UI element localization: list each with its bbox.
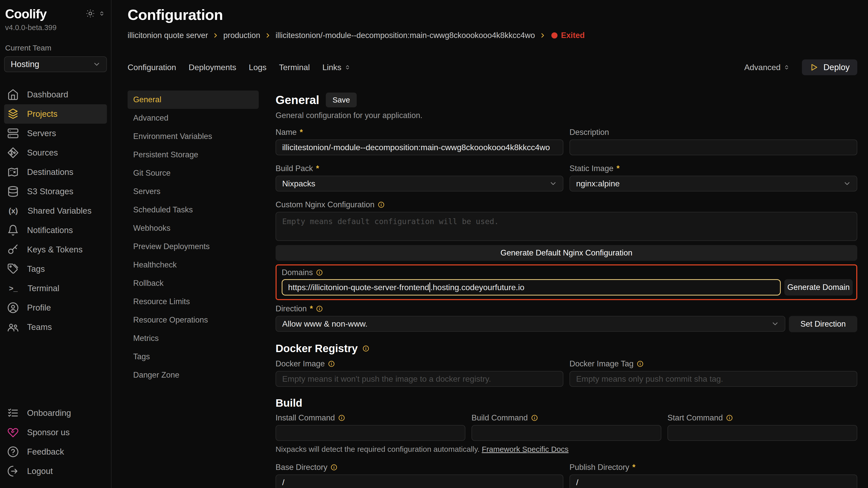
breadcrumb-application[interactable]: illicitestonion/-module--decomposition:m… <box>276 31 535 40</box>
layers-icon <box>7 108 19 120</box>
subnav-environment-variables[interactable]: Environment Variables <box>128 127 259 145</box>
description-input[interactable] <box>569 139 857 155</box>
sidebar-item-destinations[interactable]: Destinations <box>4 162 107 182</box>
publish-directory-label: Publish Directory* <box>569 463 857 472</box>
tab-configuration[interactable]: Configuration <box>128 63 176 72</box>
sidebar-item-tags[interactable]: Tags <box>4 259 107 279</box>
build-command-label: Build Command <box>471 413 661 422</box>
sidebar-item-projects[interactable]: Projects <box>4 104 107 124</box>
subnav-tags[interactable]: Tags <box>128 348 259 366</box>
sidebar-item-profile[interactable]: Profile <box>4 298 107 318</box>
page-title: Configuration <box>128 6 857 23</box>
subnav-advanced[interactable]: Advanced <box>128 109 259 127</box>
server-icon <box>7 128 19 139</box>
users-icon <box>7 321 19 333</box>
name-input[interactable] <box>276 139 563 155</box>
chevron-right-icon <box>212 32 219 39</box>
deploy-button[interactable]: Deploy <box>802 59 857 75</box>
sidebar-item-sources[interactable]: Sources <box>4 143 107 162</box>
sidebar-item-teams[interactable]: Teams <box>4 318 107 337</box>
heart-handshake-icon <box>7 427 19 438</box>
app-logo: Coolify <box>5 7 46 22</box>
database-icon <box>7 186 19 197</box>
base-directory-input[interactable] <box>276 475 563 488</box>
info-icon <box>378 201 385 208</box>
direction-select[interactable]: Allow www & non-www. <box>276 316 785 332</box>
set-direction-button[interactable]: Set Direction <box>789 316 857 332</box>
build-command-input[interactable] <box>471 425 661 441</box>
updown-icon <box>344 64 351 71</box>
info-icon <box>316 269 323 276</box>
tab-terminal[interactable]: Terminal <box>279 63 310 72</box>
config-subnav: General Advanced Environment Variables P… <box>128 91 259 488</box>
theme-sun-icon[interactable] <box>86 9 95 18</box>
subnav-git-source[interactable]: Git Source <box>128 164 259 182</box>
build-pack-select[interactable]: Nixpacks <box>276 176 563 192</box>
info-icon <box>726 414 733 421</box>
subnav-general[interactable]: General <box>128 91 259 109</box>
subnav-webhooks[interactable]: Webhooks <box>128 219 259 237</box>
chevron-right-icon <box>264 32 272 39</box>
sidebar-item-onboarding[interactable]: Onboarding <box>4 403 107 423</box>
subnav-preview-deployments[interactable]: Preview Deployments <box>128 237 259 256</box>
domains-input[interactable]: https://illicitonion-quote-server-fronte… <box>282 279 781 295</box>
status-text: Exited <box>561 31 585 40</box>
install-command-label: Install Command <box>276 413 465 422</box>
key-icon <box>7 244 19 256</box>
tab-links[interactable]: Links <box>322 63 351 72</box>
subnav-resource-operations[interactable]: Resource Operations <box>128 311 259 329</box>
tab-deployments[interactable]: Deployments <box>189 63 236 72</box>
breadcrumb-project[interactable]: illicitonion quote server <box>128 31 208 40</box>
play-icon <box>810 63 819 72</box>
custom-nginx-textarea[interactable] <box>276 212 857 241</box>
docker-image-tag-input[interactable] <box>569 371 857 387</box>
team-select[interactable]: Hosting <box>4 56 107 72</box>
subnav-danger-zone[interactable]: Danger Zone <box>128 366 259 384</box>
sidebar-item-terminal[interactable]: >_ Terminal <box>4 279 107 298</box>
sidebar-item-logout[interactable]: Logout <box>4 461 107 481</box>
sidebar-item-sponsor-us[interactable]: Sponsor us <box>4 423 107 442</box>
sidebar-item-keys-tokens[interactable]: Keys & Tokens <box>4 240 107 259</box>
start-command-input[interactable] <box>668 425 857 441</box>
chevron-right-icon <box>539 32 546 39</box>
tab-logs[interactable]: Logs <box>249 63 267 72</box>
framework-docs-link[interactable]: Framework Specific Docs <box>482 445 568 453</box>
sidebar-item-dashboard[interactable]: Dashboard <box>4 85 107 104</box>
sidebar-item-feedback[interactable]: Feedback <box>4 442 107 461</box>
checklist-icon <box>7 407 19 419</box>
sidebar-item-servers[interactable]: Servers <box>4 124 107 143</box>
advanced-dropdown[interactable]: Advanced <box>744 63 790 72</box>
start-command-label: Start Command <box>668 413 857 422</box>
generate-domain-button[interactable]: Generate Domain <box>784 279 853 295</box>
sidebar-item-notifications[interactable]: Notifications <box>4 221 107 240</box>
subnav-servers[interactable]: Servers <box>128 182 259 201</box>
git-source-icon <box>7 147 19 159</box>
sidebar-item-s3-storages[interactable]: S3 Storages <box>4 182 107 201</box>
subnav-resource-limits[interactable]: Resource Limits <box>128 292 259 311</box>
section-subtitle: General configuration for your applicati… <box>276 111 857 120</box>
install-command-input[interactable] <box>276 425 465 441</box>
generate-nginx-button[interactable]: Generate Default Nginx Configuration <box>276 245 857 261</box>
chevron-down-icon <box>843 180 851 188</box>
current-team-label: Current Team <box>4 43 107 52</box>
main-content: Configuration illicitonion quote server … <box>112 0 868 488</box>
map-icon <box>7 166 19 178</box>
subnav-persistent-storage[interactable]: Persistent Storage <box>128 145 259 164</box>
build-section-title: Build <box>276 397 857 409</box>
docker-image-input[interactable] <box>276 371 563 387</box>
theme-updown-icon[interactable] <box>98 10 105 17</box>
sidebar-item-shared-variables[interactable]: (x) Shared Variables <box>4 201 107 221</box>
chevron-down-icon <box>93 60 101 68</box>
subnav-metrics[interactable]: Metrics <box>128 329 259 348</box>
publish-directory-input[interactable] <box>569 475 857 488</box>
static-image-select[interactable]: nginx:alpine <box>569 176 857 192</box>
breadcrumb-environment[interactable]: production <box>223 31 260 40</box>
subnav-healthcheck[interactable]: Healthcheck <box>128 256 259 274</box>
subnav-scheduled-tasks[interactable]: Scheduled Tasks <box>128 201 259 219</box>
domains-label: Domains <box>282 268 853 277</box>
info-icon <box>328 360 335 367</box>
tabs-row: Configuration Deployments Logs Terminal … <box>128 59 857 75</box>
save-button[interactable]: Save <box>326 93 356 107</box>
subnav-rollback[interactable]: Rollback <box>128 274 259 292</box>
section-title: General <box>276 93 319 107</box>
